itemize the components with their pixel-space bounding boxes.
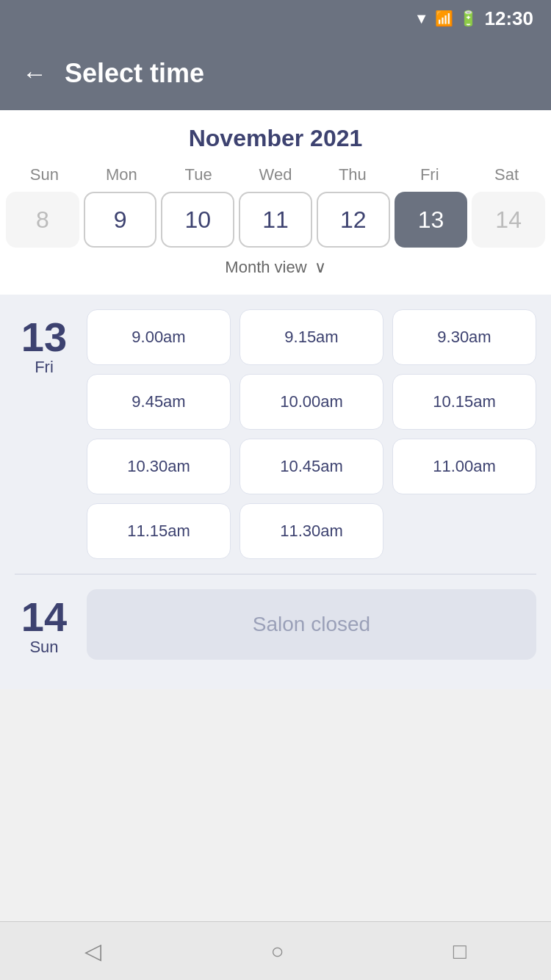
calendar-row: 8 9 10 11 12 13 14: [0, 192, 551, 248]
day-name-13: Fri: [35, 358, 54, 377]
day-block-14: 14 Sun Salon closed: [15, 589, 536, 660]
cal-day-14[interactable]: 14: [472, 192, 545, 248]
day-label-14: 14 Sun: [15, 589, 73, 660]
cal-day-13[interactable]: 13: [395, 192, 468, 248]
time-slot-1000am[interactable]: 10.00am: [240, 374, 383, 430]
cal-day-9[interactable]: 9: [84, 192, 157, 248]
time-slot-1115am[interactable]: 11.15am: [87, 503, 231, 559]
status-bar-time: 12:30: [485, 7, 534, 30]
time-slot-1045am[interactable]: 10.45am: [240, 439, 383, 494]
cal-day-12[interactable]: 12: [317, 192, 390, 248]
calendar-section: November 2021 Sun Mon Tue Wed Thu Fri Sa…: [0, 110, 551, 295]
day-header-fri: Fri: [391, 165, 468, 184]
nav-back-icon[interactable]: ◁: [84, 938, 101, 964]
day-number-14: 14: [21, 597, 67, 638]
time-slot-1130am[interactable]: 11.30am: [240, 503, 383, 559]
day-header-thu: Thu: [314, 165, 391, 184]
nav-recent-icon[interactable]: □: [453, 939, 467, 964]
day-label-13: 13 Fri: [15, 309, 73, 559]
wifi-icon: ▼: [414, 10, 429, 27]
signal-icon: 📶: [435, 10, 453, 27]
time-slot-1030am[interactable]: 10.30am: [87, 439, 231, 494]
nav-bar: ◁ ○ □: [0, 921, 551, 980]
time-grid-13: 9.00am 9.15am 9.30am 9.45am 10.00am 10.1…: [87, 309, 536, 559]
status-bar: ▼ 📶 🔋 12:30: [0, 0, 551, 37]
cal-day-11[interactable]: 11: [239, 192, 312, 248]
day-header-sat: Sat: [468, 165, 545, 184]
day-header-wed: Wed: [237, 165, 314, 184]
salon-closed-label: Salon closed: [253, 613, 370, 636]
time-slot-930am[interactable]: 9.30am: [392, 309, 536, 365]
time-section: 13 Fri 9.00am 9.15am 9.30am 9.45am 10.00…: [0, 295, 551, 689]
day-headers: Sun Mon Tue Wed Thu Fri Sat: [0, 165, 551, 184]
day-header-sun: Sun: [6, 165, 83, 184]
time-slot-1100am[interactable]: 11.00am: [392, 439, 536, 494]
day-block-13: 13 Fri 9.00am 9.15am 9.30am 9.45am 10.00…: [15, 309, 536, 559]
nav-home-icon[interactable]: ○: [270, 939, 284, 964]
chevron-down-icon: ∨: [314, 258, 326, 277]
month-view-label: Month view: [225, 258, 306, 277]
time-slot-1015am[interactable]: 10.15am: [392, 374, 536, 430]
cal-day-8[interactable]: 8: [6, 192, 79, 248]
status-icons: ▼ 📶 🔋: [414, 10, 478, 27]
day-header-tue: Tue: [160, 165, 237, 184]
page-title: Select time: [65, 58, 204, 89]
section-divider: [15, 574, 536, 574]
day-name-14: Sun: [29, 638, 58, 657]
day-number-13: 13: [21, 317, 67, 358]
header: ← Select time: [0, 37, 551, 110]
day-header-mon: Mon: [83, 165, 160, 184]
time-slot-915am[interactable]: 9.15am: [240, 309, 383, 365]
salon-closed-box: Salon closed: [87, 589, 536, 660]
time-slot-945am[interactable]: 9.45am: [87, 374, 231, 430]
time-slot-900am[interactable]: 9.00am: [87, 309, 231, 365]
month-year-label: November 2021: [0, 125, 551, 152]
month-view-toggle[interactable]: Month view ∨: [0, 258, 551, 287]
back-button[interactable]: ←: [22, 60, 47, 88]
battery-icon: 🔋: [459, 10, 478, 27]
cal-day-10[interactable]: 10: [161, 192, 234, 248]
